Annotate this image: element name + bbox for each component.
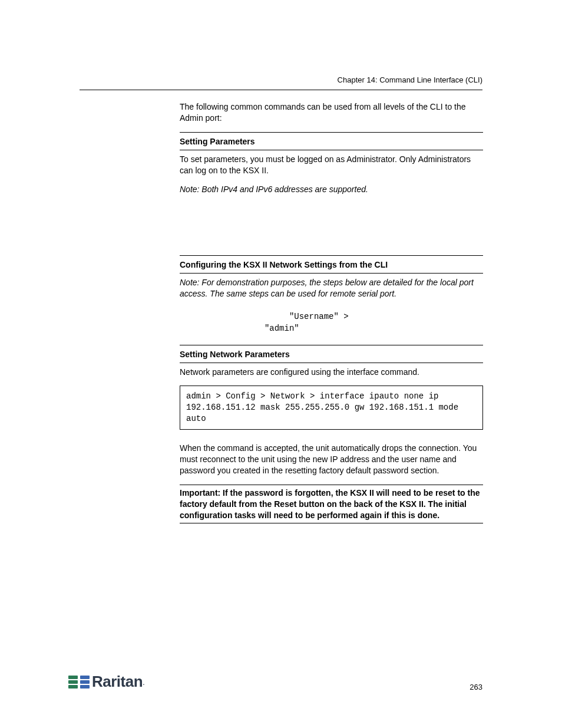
brand-logo-icon — [68, 674, 90, 690]
examples-tail: When the command is accepted, the unit a… — [180, 443, 483, 476]
brand-logo-dot: . — [143, 677, 145, 687]
important-note: Important: If the password is forgotten,… — [180, 485, 483, 524]
page-content: The following common commands can be use… — [180, 101, 483, 523]
brand-logo-text: Raritan — [92, 673, 143, 691]
brand-logo: Raritan. — [68, 673, 145, 691]
section-title: Setting Parameters — [180, 136, 483, 147]
page-number: 263 — [470, 683, 482, 691]
examples-title: Setting Network Parameters — [180, 349, 483, 360]
chapter-label: Chapter 14: Command Line Interface (CLI) — [338, 75, 482, 84]
config-ip-title: Configuring the KSX II Network Settings … — [180, 259, 483, 271]
admin-value: "admin" — [265, 324, 299, 333]
section-rule — [180, 132, 483, 133]
section-rule — [180, 150, 483, 150]
examples-lead: Network parameters are configured using … — [180, 367, 483, 378]
intro-text: The following common commands can be use… — [180, 101, 483, 124]
section-rule — [180, 255, 483, 256]
section-rule — [180, 345, 483, 345]
username-prompt: "Username" > — [289, 312, 349, 321]
code-box: admin > Config > Network > interface ipa… — [180, 386, 483, 430]
header-rule — [80, 90, 482, 90]
section-body: To set parameters, you must be logged on… — [180, 154, 483, 176]
section-rule — [180, 363, 483, 363]
section-rule — [180, 273, 483, 274]
note-text: Note: Both IPv4 and IPv6 addresses are s… — [180, 184, 483, 195]
config-note-text: Note: For demonstration purposes, the st… — [180, 278, 474, 298]
config-note: Note: For demonstration purposes, the st… — [180, 277, 483, 334]
